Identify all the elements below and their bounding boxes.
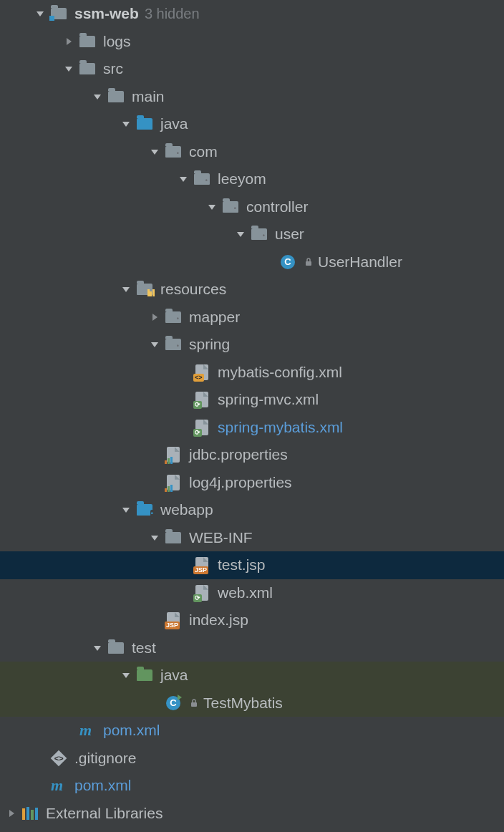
folder-icon (165, 530, 182, 546)
tree-row[interactable]: CUserHandler (0, 248, 504, 276)
tree-row[interactable]: •spring (0, 331, 504, 359)
tree-item-label: controller (246, 198, 308, 216)
arrow-down-icon[interactable] (63, 63, 74, 74)
arrow-down-icon[interactable] (92, 91, 103, 102)
properties-file-icon (165, 475, 182, 490)
tree-item-label: web.xml (218, 584, 273, 601)
folder-module-icon (50, 6, 67, 21)
tree-row[interactable]: java (0, 662, 504, 690)
tree-item-label: leeyom (218, 170, 266, 188)
svg-marker-15 (94, 646, 101, 651)
tree-row[interactable]: mpom.xml (0, 717, 504, 745)
tree-row[interactable]: •controller (0, 193, 504, 221)
arrow-down-icon[interactable] (92, 642, 103, 654)
tree-item-label: TestMybatis (203, 695, 283, 712)
tree-row[interactable]: main (0, 83, 504, 111)
tree-item-label: log4j.properties (189, 474, 292, 491)
jsp-file-icon: JSP (165, 612, 182, 628)
arrow-right-icon[interactable] (6, 808, 17, 819)
tree-row[interactable]: jdbc.properties (0, 441, 504, 469)
svg-marker-7 (208, 205, 215, 210)
arrow-down-icon[interactable] (34, 8, 46, 19)
tree-row[interactable]: •leeyom (0, 165, 504, 193)
tree-item-label: spring (189, 336, 230, 353)
tree-item-label: External Libraries (46, 805, 163, 822)
tree-item-label: pom.xml (103, 722, 160, 739)
tree-item-label: java (160, 115, 188, 132)
folder-test-icon (136, 667, 153, 683)
arrow-down-icon[interactable] (235, 228, 246, 240)
tree-item-label: main (132, 88, 165, 105)
arrow-down-icon[interactable] (149, 339, 160, 350)
gitignore-icon: <> (50, 750, 67, 766)
arrow-down-icon[interactable] (120, 669, 132, 681)
tree-row[interactable]: WEB-INF (0, 524, 504, 552)
properties-file-icon (165, 447, 182, 463)
arrow-none (263, 256, 275, 268)
tree-item-label: mybatis-config.xml (218, 364, 342, 381)
folder-icon (79, 34, 96, 49)
arrow-none (149, 449, 160, 460)
tree-row[interactable]: •user (0, 221, 504, 248)
spring-config-icon: ⟳ (193, 585, 210, 601)
project-tree[interactable]: ssm-web3 hiddenlogssrcmainjava•com•leeyo… (0, 0, 504, 827)
package-icon: • (165, 309, 182, 325)
tree-item-label: test (132, 639, 156, 657)
tree-row[interactable]: External Libraries (0, 800, 504, 828)
tree-row[interactable]: ssm-web3 hidden (0, 0, 504, 28)
arrow-none (178, 394, 189, 405)
tree-row[interactable]: ⟳spring-mybatis.xml (0, 414, 504, 442)
tree-item-label: user (275, 226, 304, 243)
tree-row[interactable]: •mapper (0, 304, 504, 332)
tree-item-label: logs (103, 33, 131, 50)
arrow-down-icon[interactable] (120, 504, 132, 516)
tree-row[interactable]: •com (0, 138, 504, 166)
tree-row[interactable]: java (0, 110, 504, 138)
tree-item-label: src (103, 60, 123, 77)
tree-row[interactable]: test (0, 634, 504, 662)
tree-row[interactable]: <>mybatis-config.xml (0, 359, 504, 387)
arrow-right-icon[interactable] (149, 311, 160, 323)
tree-row[interactable]: logs (0, 28, 504, 56)
arrow-down-icon[interactable] (149, 146, 160, 158)
tree-row[interactable]: •webapp (0, 496, 504, 524)
arrow-down-icon[interactable] (120, 118, 132, 130)
tree-row[interactable]: ⟳web.xml (0, 579, 504, 607)
arrow-none (63, 725, 74, 736)
arrow-down-icon[interactable] (149, 532, 160, 543)
tree-item-label: mapper (189, 309, 240, 326)
tree-row[interactable]: JSPtest.jsp (0, 551, 504, 579)
tree-item-label: java (160, 667, 188, 684)
tree-row[interactable]: src (0, 55, 504, 83)
svg-marker-8 (237, 232, 244, 237)
lock-icon (189, 698, 199, 708)
tree-row[interactable]: log4j.properties (0, 469, 504, 497)
jsp-file-icon: JSP (193, 557, 210, 573)
spring-config-icon: ⟳ (193, 420, 210, 435)
svg-marker-18 (9, 810, 14, 817)
svg-marker-10 (122, 287, 130, 292)
tree-item-label: spring-mybatis.xml (218, 419, 343, 436)
tree-row[interactable]: <>.gitignore (0, 745, 504, 773)
external-libraries-icon (21, 806, 39, 821)
tree-row[interactable]: JSPindex.jsp (0, 606, 504, 634)
tree-item-label: resources (160, 281, 226, 298)
arrow-down-icon[interactable] (120, 284, 132, 295)
tree-item-label: UserHandler (318, 253, 402, 271)
tree-row[interactable]: resources (0, 276, 504, 304)
arrow-down-icon[interactable] (206, 201, 218, 213)
tree-item-label: .gitignore (74, 750, 136, 767)
tree-row[interactable]: CTestMybatis (0, 690, 504, 717)
arrow-none (178, 367, 189, 378)
svg-marker-11 (152, 314, 158, 321)
arrow-none (178, 559, 189, 571)
tree-row[interactable]: ⟳spring-mvc.xml (0, 386, 504, 414)
svg-rect-9 (306, 261, 311, 266)
maven-icon: m (50, 778, 67, 793)
package-icon: • (165, 144, 182, 160)
arrow-right-icon[interactable] (63, 36, 74, 47)
tree-row[interactable]: mpom.xml (0, 772, 504, 800)
arrow-down-icon[interactable] (178, 173, 189, 185)
folder-icon (107, 640, 125, 656)
arrow-none (178, 422, 189, 433)
